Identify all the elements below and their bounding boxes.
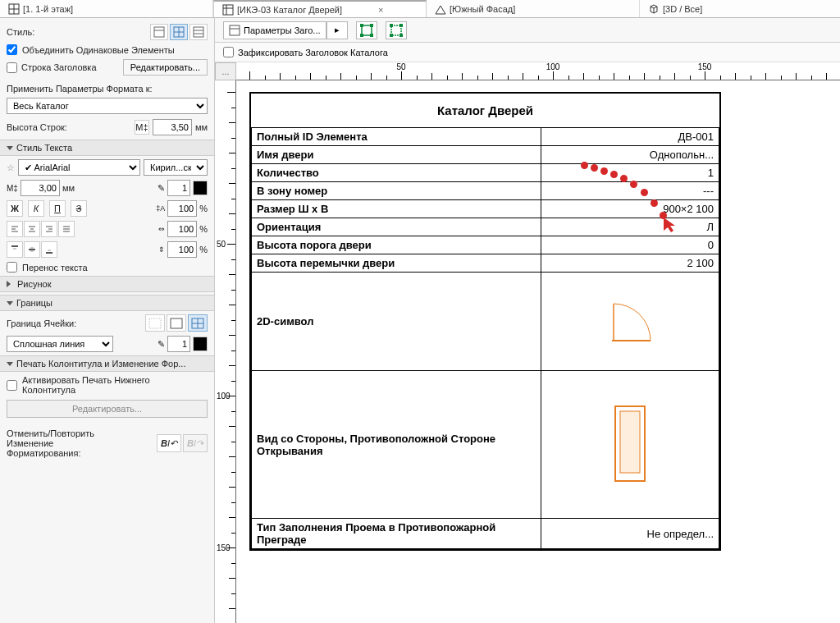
pen-input[interactable] [167,180,190,196]
border-outer-button[interactable] [167,314,186,332]
acc-image[interactable]: Рисунок [0,276,214,292]
svg-rect-46 [360,24,363,27]
wrap-label: Перенос текста [22,263,88,273]
bold-button[interactable]: Ж [7,200,23,217]
pen-color-icon[interactable] [193,181,208,195]
merge-label: Объединить Одинаковые Элементы [22,45,175,55]
acc-footer[interactable]: Печать Колонтитула и Изменение Фор... [0,355,214,372]
border-pen-input[interactable] [167,336,190,352]
apply-select[interactable]: Весь Каталог [7,98,208,114]
schedule-icon [222,4,234,16]
char-spacing-input[interactable] [167,200,197,217]
header-params-dropdown[interactable]: ▸ [326,21,348,39]
table-row-value: 0 [541,236,719,254]
pen-icon: ✎ [158,339,165,350]
select-header-button[interactable] [356,21,377,39]
svg-rect-57 [620,411,640,473]
border-all-button[interactable] [188,314,208,332]
catalog-title: Каталог Дверей [251,94,719,127]
close-icon[interactable]: × [378,5,383,15]
align-justify-button[interactable] [58,221,75,237]
v-align-group [7,241,57,258]
align-center-button[interactable] [24,221,40,237]
row-view-label: Вид со Стороны, Противоположной Стороне … [252,371,541,519]
footer-checkbox[interactable] [7,380,17,391]
align-left-button[interactable] [7,221,23,237]
undo-label: Отменить/Повторить Изменение Форматирова… [7,428,130,458]
ruler-options-button[interactable]: ... [215,62,236,80]
document-tabs: [1. 1-й этаж] [ИКЭ-03 Каталог Дверей] × … [0,0,840,18]
svg-rect-43 [230,25,240,35]
table-row-value: ДВ-001 [541,128,719,146]
svg-rect-54 [399,34,403,37]
table-row-label: Высота перемычки двери [252,254,541,273]
svg-rect-38 [149,318,161,328]
row-fill-value: Не определ... [541,519,719,549]
underline-button[interactable]: П [49,200,66,217]
footer-label: Активировать Печать Нижнего Колонтитула [22,375,186,395]
elevation-icon [435,3,446,15]
merge-checkbox[interactable] [7,44,17,55]
pen-icon: ✎ [158,183,165,194]
svg-rect-47 [370,24,373,27]
style-list-icon[interactable] [189,24,208,40]
row-height-label: Высота Строк: [7,122,67,132]
cube-icon [648,3,660,15]
style-compact-icon[interactable] [150,24,168,40]
strike-button[interactable]: З [71,200,87,217]
select-header-dashed-button[interactable] [386,21,407,39]
valign-middle-button[interactable] [24,241,40,258]
header-params-button[interactable]: Параметры Заго... [223,21,326,39]
valign-top-button[interactable] [7,241,23,258]
svg-rect-16 [194,27,203,37]
table-row-value: 2 100 [541,254,719,273]
row-fill-label: Тип Заполнения Проема в Противопожарной … [252,519,541,549]
apply-label: Применить Параметры Формата к: [7,84,153,94]
width-input[interactable] [167,221,197,237]
acc-text-style[interactable]: Стиль Текста [0,140,214,156]
table-row-value: Однопольн... [541,146,719,164]
table-row-label: Высота порога двери [252,236,541,254]
svg-rect-49 [370,34,373,37]
header-row-checkbox[interactable] [7,62,17,73]
tab-catalog[interactable]: [ИКЭ-03 Каталог Дверей] × [213,0,427,17]
tab-3d[interactable]: [3D / Все] [640,0,840,17]
lock-header-checkbox[interactable] [223,47,234,57]
italic-button[interactable]: К [28,200,44,217]
font-size-input[interactable] [21,180,60,196]
row-view-symbol [541,371,719,519]
svg-rect-48 [360,34,363,37]
border-pen-color[interactable] [193,337,208,351]
line-type-select[interactable]: Сплошная линия [7,336,113,352]
undo-button[interactable]: BI↶ [157,434,181,452]
border-none-button[interactable] [145,314,165,332]
tab-floorplan[interactable]: [1. 1-й этаж] [0,0,213,17]
footer-edit-button: Редактировать... [7,400,208,418]
wrap-checkbox[interactable] [7,262,17,273]
row-height-input[interactable] [153,119,192,135]
svg-rect-53 [390,34,393,37]
table-row-value: 900×2 100 [541,200,719,218]
svg-rect-51 [390,24,393,27]
encoding-select[interactable]: Кирил...ский [144,159,208,176]
edit-header-button[interactable]: Редактировать... [123,59,208,76]
height-mode-icon[interactable]: М‡ [135,120,149,135]
text-height-icon: М‡ [7,184,18,193]
catalog-table: Полный ID ЭлементаДВ-001Имя двериОднопол… [251,127,719,549]
catalog-sheet: Каталог Дверей Полный ID ЭлементаДВ-001И… [249,92,721,551]
font-select[interactable]: ✔ ArialArial [18,159,140,176]
table-row-value: Л [541,218,719,236]
favorite-icon[interactable]: ☆ [7,163,15,173]
style-grid-icon[interactable] [170,24,188,40]
table-row-label: Ориентация [252,218,541,236]
acc-borders[interactable]: Границы [0,295,214,311]
line-spacing-input[interactable] [167,241,197,258]
valign-bottom-button[interactable] [41,241,57,258]
tab-elevation[interactable]: [Южный Фасад] [427,0,640,17]
svg-rect-39 [171,318,182,328]
align-right-button[interactable] [41,221,57,237]
svg-line-9 [654,7,657,8]
table-row-label: Имя двери [252,146,541,164]
toolbar: Параметры Заго... ▸ [215,18,840,43]
canvas[interactable]: Каталог Дверей Полный ID ЭлементаДВ-001И… [236,80,840,623]
